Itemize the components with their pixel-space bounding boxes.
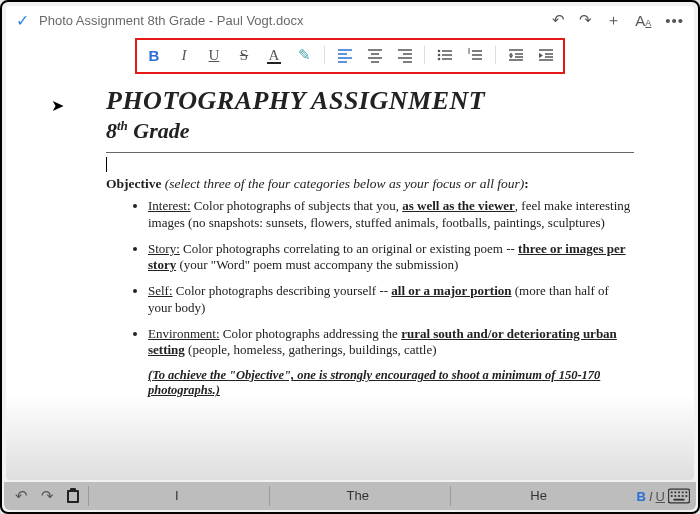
horizontal-rule bbox=[106, 152, 634, 153]
svg-point-14 bbox=[438, 58, 441, 61]
toolbar-align-group bbox=[336, 46, 414, 64]
quick-italic-icon[interactable]: I bbox=[649, 489, 653, 504]
svg-rect-40 bbox=[674, 491, 676, 493]
add-icon[interactable]: ＋ bbox=[606, 11, 621, 30]
bulleted-list-icon[interactable] bbox=[436, 46, 454, 64]
list-item: Environment: Color photographs addressin… bbox=[148, 326, 634, 359]
align-left-icon[interactable] bbox=[336, 46, 354, 64]
doc-heading-1: PHOTOGRAPHY ASSIGNMENT bbox=[106, 86, 634, 116]
svg-rect-49 bbox=[673, 499, 684, 501]
bottom-right-controls: B I U bbox=[637, 485, 690, 507]
app-frame: ✓ Photo Assignment 8th Grade - Paul Vogt… bbox=[0, 0, 700, 514]
svg-rect-46 bbox=[678, 495, 680, 497]
svg-rect-47 bbox=[682, 495, 684, 497]
top-bar: ✓ Photo Assignment 8th Grade - Paul Vogt… bbox=[6, 6, 694, 34]
redo-icon[interactable]: ↷ bbox=[579, 11, 592, 29]
svg-rect-41 bbox=[678, 491, 680, 493]
clipboard-icon[interactable] bbox=[62, 485, 84, 507]
suggestion-3[interactable]: He bbox=[450, 486, 627, 506]
text-color-button[interactable]: A bbox=[265, 46, 283, 64]
doc-heading-2: 8th Grade bbox=[106, 118, 634, 144]
objective-note: (To achieve the "Objective", one is stro… bbox=[148, 368, 634, 398]
numbered-list-icon[interactable] bbox=[466, 46, 484, 64]
svg-rect-45 bbox=[674, 495, 676, 497]
toolbar-separator bbox=[324, 46, 325, 64]
more-icon[interactable]: ••• bbox=[665, 12, 684, 29]
bottom-bar: ↶ ↷ I The He B I U bbox=[4, 482, 696, 510]
svg-rect-37 bbox=[70, 488, 76, 491]
svg-rect-44 bbox=[671, 495, 673, 497]
text-style-icon[interactable]: AA bbox=[635, 12, 651, 29]
redo-icon[interactable]: ↷ bbox=[36, 485, 58, 507]
toolbar-list-group bbox=[436, 46, 484, 64]
italic-button[interactable]: I bbox=[175, 46, 193, 64]
strikethrough-button[interactable]: S bbox=[235, 46, 253, 64]
top-bar-actions: ↶ ↷ ＋ AA ••• bbox=[552, 11, 684, 30]
svg-rect-36 bbox=[69, 492, 77, 501]
highlight-button[interactable]: ✎ bbox=[295, 46, 313, 64]
document-body[interactable]: ➤ PHOTOGRAPHY ASSIGNMENT 8th Grade Objec… bbox=[6, 80, 694, 408]
quick-underline-icon[interactable]: U bbox=[656, 489, 665, 504]
objective-line: Objective (select three of the four cate… bbox=[106, 176, 634, 192]
toolbar-separator bbox=[424, 46, 425, 64]
undo-icon[interactable]: ↶ bbox=[10, 485, 32, 507]
svg-rect-39 bbox=[671, 491, 673, 493]
format-toolbar-highlight: B I U S A ✎ bbox=[135, 38, 565, 74]
svg-point-13 bbox=[438, 54, 441, 57]
svg-marker-29 bbox=[509, 56, 513, 59]
list-item: Self: Color photographs describing yours… bbox=[148, 283, 634, 316]
svg-rect-43 bbox=[685, 491, 687, 493]
underline-button[interactable]: U bbox=[205, 46, 223, 64]
text-caret bbox=[106, 157, 107, 172]
toolbar-separator bbox=[495, 46, 496, 64]
outdent-icon[interactable] bbox=[507, 46, 525, 64]
mouse-cursor-icon: ➤ bbox=[51, 96, 64, 115]
svg-marker-28 bbox=[509, 53, 513, 56]
bold-button[interactable]: B bbox=[145, 46, 163, 64]
undo-icon[interactable]: ↶ bbox=[552, 11, 565, 29]
svg-rect-48 bbox=[685, 495, 687, 497]
toolbar-indent-group bbox=[507, 46, 555, 64]
list-item: Interest: Color photographs of subjects … bbox=[148, 198, 634, 231]
suggestion-1[interactable]: I bbox=[88, 486, 265, 506]
suggestion-2[interactable]: The bbox=[269, 486, 446, 506]
objective-list: Interest: Color photographs of subjects … bbox=[148, 198, 634, 358]
indent-icon[interactable] bbox=[537, 46, 555, 64]
editor-surface: ✓ Photo Assignment 8th Grade - Paul Vogt… bbox=[6, 6, 694, 480]
align-right-icon[interactable] bbox=[396, 46, 414, 64]
toolbar-text-group: B I U S A ✎ bbox=[145, 46, 313, 64]
list-item: Story: Color photographs correlating to … bbox=[148, 241, 634, 274]
svg-marker-34 bbox=[539, 53, 543, 58]
quick-bold-icon[interactable]: B bbox=[637, 489, 646, 504]
done-check-icon[interactable]: ✓ bbox=[16, 11, 29, 30]
svg-point-12 bbox=[438, 50, 441, 53]
align-center-icon[interactable] bbox=[366, 46, 384, 64]
svg-rect-42 bbox=[682, 491, 684, 493]
keyboard-icon[interactable] bbox=[668, 485, 690, 507]
document-title: Photo Assignment 8th Grade - Paul Vogt.d… bbox=[39, 13, 542, 28]
